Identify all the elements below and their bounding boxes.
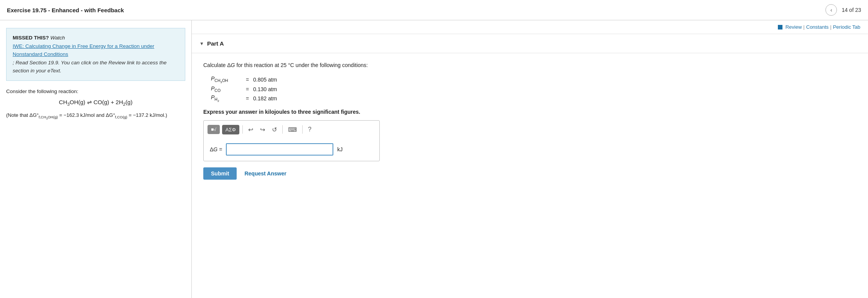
right-panel: Review | Constants | Periodic Tab ▼ Part… — [192, 20, 868, 298]
review-icon — [778, 25, 782, 29]
condition-row-1: PCH3OH = 0.805 atm — [211, 75, 856, 84]
refresh-icon: ↺ — [272, 126, 277, 133]
answer-input[interactable] — [226, 143, 333, 156]
cond-val-3: 0.182 atm — [253, 95, 277, 102]
redo-button[interactable]: ↪ — [258, 124, 267, 135]
review-link[interactable]: Review — [786, 24, 802, 30]
delta-g-label: ΔG = — [210, 146, 222, 152]
toolbar: ■√ ΑΣΦ ↩ ↪ ↺ ⌨ — [208, 124, 376, 138]
reaction-display: CH3OH(g) ⇌ CO(g) + 2H2(g) — [6, 99, 185, 106]
toolbar-sep3 — [302, 125, 303, 134]
keyboard-button[interactable]: ⌨ — [286, 124, 299, 135]
left-panel: MISSED THIS? Watch IWE: Calculating Chan… — [0, 20, 192, 298]
conditions-table: PCH3OH = 0.805 atm PCO = 0.130 atm PH2 =… — [211, 75, 856, 103]
sep1: | — [803, 24, 804, 30]
answer-box: ■√ ΑΣΦ ↩ ↪ ↺ ⌨ — [203, 120, 380, 161]
missed-box: MISSED THIS? Watch IWE: Calculating Chan… — [6, 28, 185, 81]
condition-row-2: PCO = 0.130 atm — [211, 85, 856, 93]
collapse-arrow[interactable]: ▼ — [199, 41, 204, 46]
intro-text: Calculate ΔG for this reaction at 25 °C … — [203, 61, 856, 69]
cond-label-3: PH2 — [211, 94, 242, 103]
note-text: (Note that ΔG°f,CH3OH(g) = −162.3 kJ/mol… — [6, 111, 185, 121]
cond-eq-1: = — [242, 77, 253, 83]
input-row: ΔG = kJ — [208, 142, 376, 157]
cond-val-1: 0.805 atm — [253, 77, 277, 83]
undo-icon: ↩ — [248, 126, 253, 133]
unit-label: kJ — [337, 146, 343, 152]
iwe-link[interactable]: IWE: Calculating Change in Free Energy f… — [13, 43, 154, 57]
condition-row-3: PH2 = 0.182 atm — [211, 94, 856, 103]
cond-label-2: PCO — [211, 85, 242, 93]
sep2: | — [830, 24, 831, 30]
keyboard-icon: ⌨ — [288, 126, 297, 133]
part-a-content: Calculate ΔG for this reaction at 25 °C … — [192, 53, 868, 187]
toolbar-sep1 — [242, 125, 243, 134]
cond-eq-3: = — [242, 95, 253, 102]
part-a-label: Part A — [207, 40, 224, 47]
action-row: Submit Request Answer — [203, 167, 856, 180]
cond-val-2: 0.130 atm — [253, 86, 277, 92]
help-icon: ? — [308, 126, 311, 133]
express-label: Express your answer in kilojoules to thr… — [203, 109, 856, 115]
periodic-table-link[interactable]: Periodic Tab — [833, 24, 860, 30]
main-layout: MISSED THIS? Watch IWE: Calculating Chan… — [0, 20, 868, 298]
nav-counter: 14 of 23 — [842, 7, 861, 13]
help-button[interactable]: ? — [306, 124, 314, 134]
cond-eq-2: = — [242, 86, 253, 92]
undo-button[interactable]: ↩ — [246, 124, 255, 135]
redo-icon: ↪ — [260, 126, 265, 133]
missed-italic: Watch — [50, 35, 65, 41]
missed-title: MISSED THIS? — [13, 35, 49, 41]
constants-link[interactable]: Constants — [806, 24, 829, 30]
cond-label-1: PCH3OH — [211, 75, 242, 84]
template-button[interactable]: ■√ — [208, 125, 220, 134]
prev-nav-button[interactable]: ‹ — [825, 4, 837, 16]
template-icon: ■√ — [211, 127, 216, 132]
links-bar: Review | Constants | Periodic Tab — [192, 20, 868, 34]
top-bar: Exercise 19.75 - Enhanced - with Feedbac… — [0, 0, 868, 20]
refresh-button[interactable]: ↺ — [270, 124, 279, 135]
submit-button[interactable]: Submit — [203, 167, 237, 180]
greek-symbols-button[interactable]: ΑΣΦ — [222, 125, 239, 134]
request-answer-link[interactable]: Request Answer — [244, 170, 286, 177]
page-title: Exercise 19.75 - Enhanced - with Feedbac… — [7, 7, 124, 13]
read-note: ; Read Section 19.9. You can click on th… — [13, 60, 166, 74]
part-a-header: ▼ Part A — [192, 34, 868, 53]
consider-text: Consider the following reaction: — [6, 88, 185, 94]
toolbar-sep2 — [282, 125, 283, 134]
top-bar-right: ‹ 14 of 23 — [825, 4, 861, 16]
